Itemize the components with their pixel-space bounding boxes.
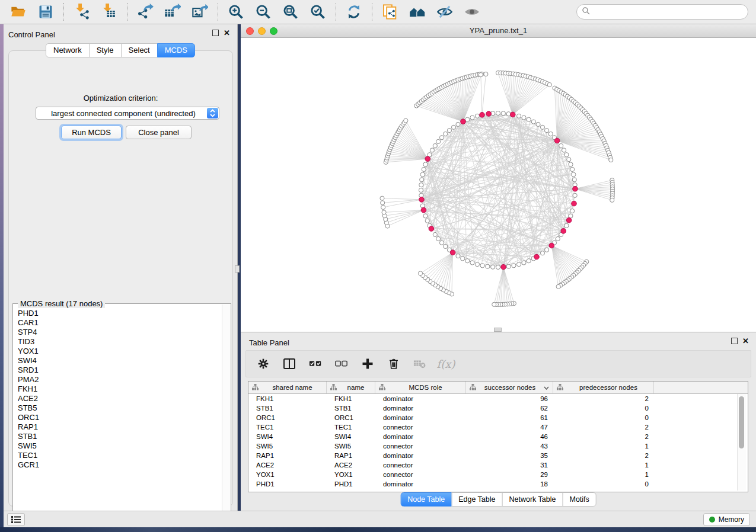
graph-leaf-node[interactable] [492, 302, 496, 306]
graph-hub-node[interactable] [511, 112, 516, 117]
graph-node[interactable] [506, 264, 511, 268]
graph-leaf-node[interactable] [382, 210, 386, 214]
cell-shared-name[interactable]: ACE2 [248, 462, 327, 469]
import-table-icon[interactable] [100, 3, 118, 21]
cell-successor-nodes[interactable]: 62 [466, 405, 553, 412]
graph-node[interactable] [433, 143, 437, 148]
cell-name[interactable]: SWI4 [327, 433, 375, 440]
graph-hub-node[interactable] [450, 250, 455, 255]
tab-select[interactable]: Select [121, 43, 158, 57]
mcds-result-item[interactable]: PHD1 [18, 309, 221, 318]
show-eye-icon[interactable] [463, 3, 481, 21]
search-input[interactable] [592, 7, 748, 17]
mcds-result-item[interactable]: TEC1 [18, 451, 221, 460]
cell-shared-name[interactable]: STB1 [248, 405, 327, 412]
graph-leaf-node[interactable] [404, 118, 408, 123]
add-column-icon[interactable] [361, 357, 374, 370]
mcds-result-item[interactable]: YOX1 [18, 347, 221, 356]
cell-successor-nodes[interactable]: 18 [466, 480, 553, 488]
copy-network-icon[interactable] [381, 3, 399, 21]
graph-hub-node[interactable] [549, 243, 554, 248]
cell-successor-nodes[interactable]: 35 [466, 452, 553, 459]
table-row[interactable]: SWI4SWI4dominator462 [248, 432, 748, 441]
graph-node[interactable] [516, 114, 521, 118]
graph-node[interactable] [564, 223, 569, 227]
zoom-out-icon[interactable] [254, 3, 272, 21]
cell-shared-name[interactable]: ORC1 [248, 414, 327, 421]
graph-hub-node[interactable] [573, 186, 578, 191]
mcds-result-scrollbar[interactable] [222, 305, 230, 521]
mcds-result-item[interactable]: STB1 [18, 432, 221, 441]
memory-button[interactable]: Memory [703, 513, 750, 526]
graph-hub-node[interactable] [534, 254, 540, 259]
graph-node[interactable] [420, 178, 424, 182]
import-network-icon[interactable] [73, 3, 91, 21]
close-panel-button[interactable]: Close panel [126, 126, 192, 139]
graph-node[interactable] [451, 125, 455, 129]
mcds-result-item[interactable]: RAP1 [18, 422, 221, 432]
close-panel-icon[interactable]: ✕ [224, 30, 230, 36]
cell-name[interactable]: TEC1 [327, 424, 375, 431]
graph-node[interactable] [419, 183, 423, 187]
table-scrollbar[interactable] [737, 394, 746, 491]
graph-hub-node[interactable] [572, 201, 577, 206]
columns-icon[interactable] [283, 357, 296, 370]
minimize-window-icon[interactable] [258, 27, 266, 35]
graph-leaf-node[interactable] [610, 198, 614, 202]
column-header-shared-name[interactable]: shared name [248, 382, 327, 393]
panels-icon[interactable] [409, 3, 426, 21]
mcds-result-item[interactable]: CAR1 [18, 318, 221, 328]
table-scrollbar-thumb[interactable] [739, 396, 744, 448]
maximize-window-icon[interactable] [270, 27, 277, 35]
graph-node[interactable] [536, 122, 540, 126]
open-icon[interactable] [9, 3, 27, 21]
vertical-splitter-handle[interactable] [235, 265, 240, 273]
graph-hub-node[interactable] [566, 217, 572, 223]
cell-shared-name[interactable]: PHD1 [248, 480, 327, 488]
graph-node[interactable] [570, 167, 575, 171]
graph-node[interactable] [419, 188, 423, 192]
cell-MCDS-role[interactable]: dominator [375, 405, 466, 412]
cell-MCDS-role[interactable]: dominator [375, 414, 466, 421]
graph-node[interactable] [548, 132, 553, 136]
graph-node[interactable] [527, 259, 531, 263]
cell-predecessor-nodes[interactable]: 0 [553, 480, 654, 488]
mcds-result-item[interactable]: STB5 [18, 403, 221, 413]
cell-MCDS-role[interactable]: dominator [375, 480, 466, 488]
hide-eye-icon[interactable] [436, 3, 454, 21]
graph-node[interactable] [572, 178, 576, 182]
float-table-panel-icon[interactable] [731, 338, 738, 344]
float-panel-icon[interactable] [212, 30, 219, 36]
tab-mcds[interactable]: MCDS [157, 43, 195, 57]
cell-MCDS-role[interactable]: connector [375, 471, 466, 478]
export-network-icon[interactable] [136, 3, 154, 21]
graph-node[interactable] [444, 244, 448, 248]
graph-node[interactable] [480, 264, 484, 268]
tab-motifs[interactable]: Motifs [562, 492, 596, 507]
graph-node[interactable] [572, 172, 576, 177]
cell-name[interactable]: RAP1 [327, 452, 375, 459]
graph-leaf-node[interactable] [380, 196, 384, 200]
table-row[interactable]: PHD1PHD1dominator180 [248, 479, 748, 489]
close-table-panel-icon[interactable]: ✕ [742, 338, 749, 344]
graph-node[interactable] [570, 209, 575, 213]
cell-predecessor-nodes[interactable]: 1 [553, 471, 654, 478]
graph-node[interactable] [475, 114, 479, 118]
graph-node[interactable] [501, 111, 505, 116]
graph-leaf-node[interactable] [479, 73, 483, 77]
graph-node[interactable] [465, 259, 470, 263]
cell-name[interactable]: FKH1 [327, 395, 375, 402]
run-mcds-button[interactable]: Run MCDS [61, 126, 122, 139]
cell-predecessor-nodes[interactable]: 2 [553, 424, 654, 431]
graph-node[interactable] [439, 136, 444, 140]
cell-name[interactable]: STB1 [327, 405, 375, 412]
graph-leaf-node[interactable] [484, 72, 488, 76]
cell-successor-nodes[interactable]: 31 [466, 462, 553, 469]
cell-MCDS-role[interactable]: connector [375, 443, 466, 450]
graph-node[interactable] [556, 236, 560, 241]
network-window-titlebar[interactable]: YPA_prune.txt_1 [241, 24, 756, 38]
graph-hub-node[interactable] [480, 113, 485, 118]
close-window-icon[interactable] [246, 27, 254, 35]
graph-node[interactable] [564, 153, 569, 157]
tab-network[interactable]: Network [46, 43, 90, 57]
